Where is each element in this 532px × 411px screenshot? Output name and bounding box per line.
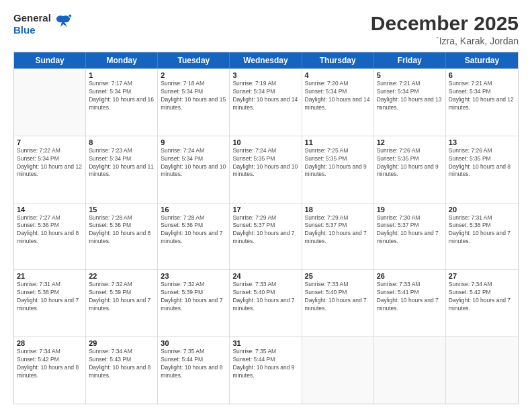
calendar-cell: 27Sunrise: 7:34 AM Sunset: 5:42 PM Dayli… — [446, 270, 518, 336]
cell-date: 10 — [232, 138, 298, 146]
cell-date: 31 — [232, 339, 298, 347]
cell-date: 19 — [377, 205, 443, 214]
cell-info: Sunrise: 7:34 AM Sunset: 5:43 PM Dayligh… — [89, 348, 154, 380]
cell-date: 3 — [232, 71, 298, 79]
cell-info: Sunrise: 7:30 AM Sunset: 5:37 PM Dayligh… — [377, 214, 443, 246]
calendar-week-2: 7Sunrise: 7:22 AM Sunset: 5:34 PM Daylig… — [14, 136, 518, 203]
cell-date: 6 — [449, 71, 515, 79]
calendar-cell: 17Sunrise: 7:29 AM Sunset: 5:37 PM Dayli… — [230, 203, 302, 270]
calendar-cell: 7Sunrise: 7:22 AM Sunset: 5:34 PM Daylig… — [14, 136, 86, 203]
calendar-cell: 15Sunrise: 7:28 AM Sunset: 5:36 PM Dayli… — [86, 203, 158, 270]
cell-date: 24 — [232, 272, 298, 280]
logo-row: General Blue — [13, 12, 73, 36]
calendar-cell: 22Sunrise: 7:32 AM Sunset: 5:39 PM Dayli… — [86, 270, 158, 336]
calendar-cell: 16Sunrise: 7:28 AM Sunset: 5:36 PM Dayli… — [158, 203, 230, 270]
cell-info: Sunrise: 7:31 AM Sunset: 5:38 PM Dayligh… — [17, 281, 83, 313]
calendar-cell: 8Sunrise: 7:23 AM Sunset: 5:34 PM Daylig… — [86, 136, 158, 203]
calendar-cell: 29Sunrise: 7:34 AM Sunset: 5:43 PM Dayli… — [86, 337, 158, 404]
cell-info: Sunrise: 7:31 AM Sunset: 5:38 PM Dayligh… — [449, 214, 515, 246]
cell-date: 14 — [17, 205, 83, 214]
calendar-cell: 20Sunrise: 7:31 AM Sunset: 5:38 PM Dayli… — [446, 203, 518, 270]
calendar-cell: 25Sunrise: 7:33 AM Sunset: 5:40 PM Dayli… — [302, 270, 374, 336]
cell-date: 26 — [377, 272, 443, 280]
month-title: December 2025 — [371, 12, 519, 34]
calendar-cell: 2Sunrise: 7:18 AM Sunset: 5:34 PM Daylig… — [158, 69, 230, 136]
calendar-week-3: 14Sunrise: 7:27 AM Sunset: 5:36 PM Dayli… — [14, 203, 518, 270]
logo-text: General Blue — [13, 12, 51, 36]
cell-date: 5 — [377, 71, 443, 79]
calendar-cell: 11Sunrise: 7:25 AM Sunset: 5:35 PM Dayli… — [302, 136, 374, 203]
location-title: `Izra, Karak, Jordan — [371, 36, 519, 46]
cell-date: 20 — [449, 205, 515, 214]
cell-info: Sunrise: 7:32 AM Sunset: 5:39 PM Dayligh… — [89, 281, 154, 313]
calendar-cell: 21Sunrise: 7:31 AM Sunset: 5:38 PM Dayli… — [14, 270, 86, 336]
cell-date: 8 — [89, 138, 154, 146]
cell-info: Sunrise: 7:21 AM Sunset: 5:34 PM Dayligh… — [377, 80, 443, 112]
cell-date: 9 — [161, 138, 226, 146]
cell-info: Sunrise: 7:28 AM Sunset: 5:36 PM Dayligh… — [89, 214, 154, 246]
cell-date: 28 — [17, 339, 83, 347]
cell-info: Sunrise: 7:17 AM Sunset: 5:34 PM Dayligh… — [89, 80, 154, 112]
cell-date: 13 — [449, 138, 515, 146]
calendar-cell: 13Sunrise: 7:26 AM Sunset: 5:35 PM Dayli… — [446, 136, 518, 203]
calendar-cell: 30Sunrise: 7:35 AM Sunset: 5:44 PM Dayli… — [158, 337, 230, 404]
calendar-body: 1Sunrise: 7:17 AM Sunset: 5:34 PM Daylig… — [14, 68, 518, 404]
calendar-cell: 9Sunrise: 7:24 AM Sunset: 5:34 PM Daylig… — [158, 136, 230, 203]
cell-date: 22 — [89, 272, 154, 280]
cell-info: Sunrise: 7:33 AM Sunset: 5:40 PM Dayligh… — [232, 281, 298, 313]
cell-date: 1 — [89, 71, 154, 79]
logo-bird-icon — [54, 12, 73, 34]
calendar-cell — [302, 337, 374, 404]
cell-date: 27 — [449, 272, 515, 280]
header-day-thursday: Thursday — [302, 52, 374, 68]
calendar-cell — [374, 337, 446, 404]
header-day-tuesday: Tuesday — [158, 52, 230, 68]
cell-info: Sunrise: 7:19 AM Sunset: 5:34 PM Dayligh… — [232, 80, 298, 112]
cell-date: 23 — [161, 272, 226, 280]
calendar-cell — [446, 337, 518, 404]
cell-date: 12 — [377, 138, 443, 146]
logo-blue: Blue — [13, 24, 36, 36]
calendar-cell: 10Sunrise: 7:24 AM Sunset: 5:35 PM Dayli… — [230, 136, 302, 203]
cell-date: 2 — [161, 71, 226, 79]
header: General Blue December 2025 `Izra, Karak,… — [13, 12, 519, 46]
header-day-wednesday: Wednesday — [230, 52, 302, 68]
cell-info: Sunrise: 7:23 AM Sunset: 5:34 PM Dayligh… — [89, 147, 154, 179]
cell-info: Sunrise: 7:33 AM Sunset: 5:41 PM Dayligh… — [377, 281, 443, 313]
cell-info: Sunrise: 7:22 AM Sunset: 5:34 PM Dayligh… — [17, 147, 83, 179]
calendar-cell: 5Sunrise: 7:21 AM Sunset: 5:34 PM Daylig… — [374, 69, 446, 136]
header-day-monday: Monday — [86, 52, 158, 68]
cell-info: Sunrise: 7:27 AM Sunset: 5:36 PM Dayligh… — [17, 214, 83, 246]
cell-info: Sunrise: 7:32 AM Sunset: 5:39 PM Dayligh… — [161, 281, 226, 313]
calendar-cell: 4Sunrise: 7:20 AM Sunset: 5:34 PM Daylig… — [302, 69, 374, 136]
calendar-page: General Blue December 2025 `Izra, Karak,… — [0, 0, 532, 411]
cell-info: Sunrise: 7:34 AM Sunset: 5:42 PM Dayligh… — [17, 348, 83, 380]
cell-info: Sunrise: 7:26 AM Sunset: 5:35 PM Dayligh… — [449, 147, 515, 179]
cell-info: Sunrise: 7:34 AM Sunset: 5:42 PM Dayligh… — [449, 281, 515, 313]
calendar-cell: 1Sunrise: 7:17 AM Sunset: 5:34 PM Daylig… — [86, 69, 158, 136]
cell-date: 15 — [89, 205, 154, 214]
cell-info: Sunrise: 7:29 AM Sunset: 5:37 PM Dayligh… — [232, 214, 298, 246]
calendar-cell: 28Sunrise: 7:34 AM Sunset: 5:42 PM Dayli… — [14, 337, 86, 404]
cell-date: 17 — [232, 205, 298, 214]
calendar-week-5: 28Sunrise: 7:34 AM Sunset: 5:42 PM Dayli… — [14, 336, 518, 404]
cell-date: 18 — [305, 205, 371, 214]
cell-info: Sunrise: 7:25 AM Sunset: 5:35 PM Dayligh… — [305, 147, 371, 179]
calendar-cell: 3Sunrise: 7:19 AM Sunset: 5:34 PM Daylig… — [230, 69, 302, 136]
header-day-saturday: Saturday — [446, 52, 518, 68]
cell-date: 11 — [305, 138, 371, 146]
cell-info: Sunrise: 7:26 AM Sunset: 5:35 PM Dayligh… — [377, 147, 443, 179]
calendar-cell: 19Sunrise: 7:30 AM Sunset: 5:37 PM Dayli… — [374, 203, 446, 270]
cell-info: Sunrise: 7:21 AM Sunset: 5:34 PM Dayligh… — [449, 80, 515, 112]
cell-date: 25 — [305, 272, 371, 280]
cell-info: Sunrise: 7:24 AM Sunset: 5:35 PM Dayligh… — [232, 147, 298, 179]
logo: General Blue — [13, 12, 73, 36]
cell-info: Sunrise: 7:28 AM Sunset: 5:36 PM Dayligh… — [161, 214, 226, 246]
cell-info: Sunrise: 7:24 AM Sunset: 5:34 PM Dayligh… — [161, 147, 226, 179]
calendar-header: SundayMondayTuesdayWednesdayThursdayFrid… — [14, 52, 518, 68]
calendar-week-4: 21Sunrise: 7:31 AM Sunset: 5:38 PM Dayli… — [14, 269, 518, 336]
calendar-cell — [14, 69, 86, 136]
cell-info: Sunrise: 7:18 AM Sunset: 5:34 PM Dayligh… — [161, 80, 226, 112]
cell-date: 21 — [17, 272, 83, 280]
calendar-cell: 26Sunrise: 7:33 AM Sunset: 5:41 PM Dayli… — [374, 270, 446, 336]
